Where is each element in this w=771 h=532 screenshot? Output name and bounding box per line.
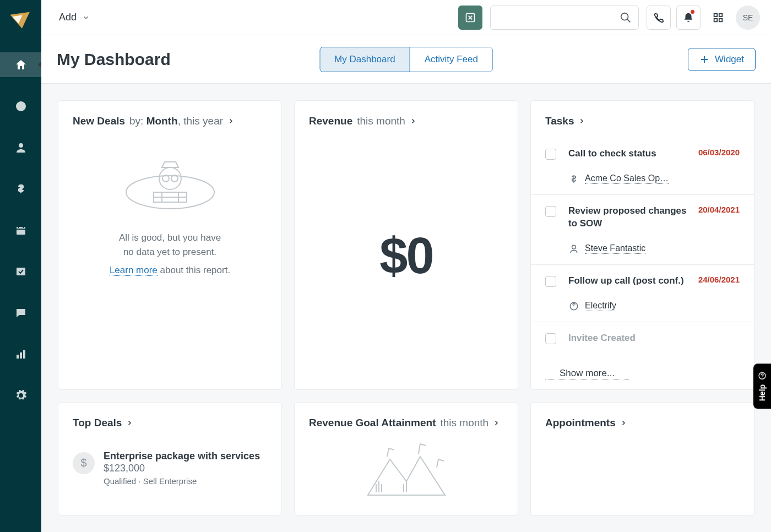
task-list: Call to check status 06/03/2020 Acme Co … bbox=[531, 137, 754, 355]
task-date: 24/06/2021 bbox=[698, 275, 740, 284]
card-new-deals-header[interactable]: New Deals by: Month, this year bbox=[73, 115, 267, 127]
empty-deals-text: All is good, but you have no data yet to… bbox=[73, 231, 267, 278]
chevron-down-icon bbox=[82, 14, 90, 21]
topbar: Add SE bbox=[41, 0, 771, 35]
add-widget-button[interactable]: Widget bbox=[688, 48, 756, 71]
svg-rect-9 bbox=[714, 13, 718, 17]
svg-point-8 bbox=[621, 13, 628, 20]
apps-icon bbox=[712, 12, 724, 24]
help-label: Help bbox=[758, 384, 767, 401]
sidebar: Dashboard bbox=[0, 0, 41, 532]
task-checkbox[interactable] bbox=[545, 206, 556, 217]
deal-meta: Qualified · Sell Enterprise bbox=[104, 476, 267, 486]
task-title: Call to check status bbox=[568, 148, 691, 160]
dollar-icon bbox=[568, 173, 579, 184]
chevron-right-icon bbox=[227, 118, 234, 124]
nav-dashboard[interactable]: Dashboard bbox=[0, 52, 41, 77]
task-item[interactable]: Follow up call (post conf.) 24/06/2021 E… bbox=[531, 265, 754, 322]
chevron-right-icon bbox=[126, 420, 133, 426]
chevron-right-icon bbox=[578, 118, 585, 124]
card-appointments-header[interactable]: Appointments bbox=[545, 417, 740, 429]
search-icon bbox=[620, 12, 632, 24]
deal-amount: $123,000 bbox=[104, 463, 145, 474]
tab-activity-feed[interactable]: Activity Feed bbox=[410, 47, 492, 72]
task-item[interactable]: Invitee Created bbox=[531, 322, 754, 355]
search-box[interactable] bbox=[490, 6, 639, 30]
chevron-right-icon bbox=[410, 118, 416, 124]
svg-point-1 bbox=[19, 143, 23, 148]
help-tab[interactable]: Help bbox=[753, 363, 771, 409]
deal-item[interactable]: $ Enterprise package with services $123,… bbox=[73, 450, 267, 486]
add-button[interactable]: Add bbox=[52, 7, 96, 28]
task-checkbox[interactable] bbox=[545, 276, 556, 287]
close-panel-button[interactable] bbox=[458, 6, 482, 30]
nav-deals[interactable] bbox=[0, 176, 41, 201]
revenue-goal-title: Revenue Goal Attainment bbox=[309, 417, 436, 429]
phone-button[interactable] bbox=[647, 6, 671, 30]
task-title: Invitee Created bbox=[568, 332, 732, 345]
lead-icon bbox=[568, 301, 579, 312]
revenue-amount: $0 bbox=[309, 137, 503, 375]
svg-rect-2 bbox=[17, 227, 25, 235]
card-appointments: Appointments bbox=[530, 402, 754, 515]
nav-communication[interactable] bbox=[0, 300, 41, 325]
nav-reports[interactable] bbox=[0, 341, 41, 366]
new-deals-title: New Deals bbox=[73, 115, 125, 127]
card-revenue-goal: Revenue Goal Attainment this month bbox=[294, 402, 518, 515]
brand-logo[interactable] bbox=[6, 6, 36, 36]
mountain-illustration bbox=[357, 440, 456, 501]
plus-icon bbox=[699, 55, 709, 64]
empty-deals-illustration bbox=[115, 154, 225, 220]
revenue-title: Revenue bbox=[309, 115, 352, 127]
search-input[interactable] bbox=[497, 13, 620, 22]
tab-switcher: My Dashboard Activity Feed bbox=[319, 47, 493, 72]
svg-rect-10 bbox=[719, 13, 723, 17]
card-revenue: Revenue this month $0 bbox=[294, 100, 518, 390]
task-title: Review proposed changes to SOW bbox=[568, 205, 691, 230]
show-more-link[interactable]: Show more... bbox=[545, 360, 629, 379]
svg-rect-5 bbox=[20, 352, 22, 359]
add-label: Add bbox=[59, 12, 77, 23]
notifications-button[interactable] bbox=[676, 6, 701, 30]
close-icon bbox=[465, 12, 476, 23]
card-revenue-header[interactable]: Revenue this month bbox=[309, 115, 503, 127]
tab-my-dashboard[interactable]: My Dashboard bbox=[320, 47, 410, 72]
avatar[interactable]: SE bbox=[736, 6, 760, 30]
nav-calendar[interactable] bbox=[0, 218, 41, 242]
card-new-deals: New Deals by: Month, this year A bbox=[58, 100, 282, 390]
page-header: My Dashboard My Dashboard Activity Feed … bbox=[41, 35, 771, 84]
add-widget-label: Widget bbox=[715, 54, 744, 65]
page-title: My Dashboard bbox=[57, 50, 171, 69]
task-related-link[interactable]: Electrify bbox=[585, 301, 616, 311]
task-date: 06/03/2020 bbox=[698, 148, 740, 157]
task-date: 20/04/2021 bbox=[698, 205, 740, 214]
svg-rect-3 bbox=[17, 268, 25, 275]
help-icon bbox=[758, 371, 767, 380]
chevron-right-icon bbox=[493, 420, 499, 426]
chevron-right-icon bbox=[620, 420, 627, 426]
apps-button[interactable] bbox=[706, 6, 730, 30]
nav-tasks[interactable] bbox=[0, 259, 41, 284]
appointments-title: Appointments bbox=[545, 417, 616, 429]
person-icon bbox=[568, 243, 579, 254]
dashboard-grid: New Deals by: Month, this year A bbox=[41, 84, 771, 532]
task-item[interactable]: Call to check status 06/03/2020 Acme Co … bbox=[531, 137, 754, 195]
task-checkbox[interactable] bbox=[545, 149, 556, 160]
nav-contacts[interactable] bbox=[0, 135, 41, 160]
card-tasks: Tasks Call to check status 06/03/2020 Ac… bbox=[530, 100, 754, 390]
deal-name: Enterprise package with services bbox=[104, 450, 260, 462]
card-top-deals-header[interactable]: Top Deals bbox=[73, 417, 267, 429]
svg-point-18 bbox=[572, 245, 576, 249]
learn-more-link[interactable]: Learn more bbox=[110, 265, 158, 276]
task-checkbox[interactable] bbox=[545, 333, 556, 344]
task-related-link[interactable]: Acme Co Sales Op… bbox=[585, 173, 669, 184]
dollar-icon: $ bbox=[73, 452, 95, 474]
task-related-link[interactable]: Steve Fantastic bbox=[585, 243, 645, 254]
top-deals-title: Top Deals bbox=[73, 417, 122, 429]
card-tasks-header[interactable]: Tasks bbox=[545, 115, 740, 127]
task-title: Follow up call (post conf.) bbox=[568, 275, 691, 287]
nav-leads[interactable] bbox=[0, 94, 41, 118]
task-item[interactable]: Review proposed changes to SOW 20/04/202… bbox=[531, 195, 754, 265]
nav-settings[interactable] bbox=[0, 383, 41, 408]
card-revenue-goal-header[interactable]: Revenue Goal Attainment this month bbox=[309, 417, 503, 429]
